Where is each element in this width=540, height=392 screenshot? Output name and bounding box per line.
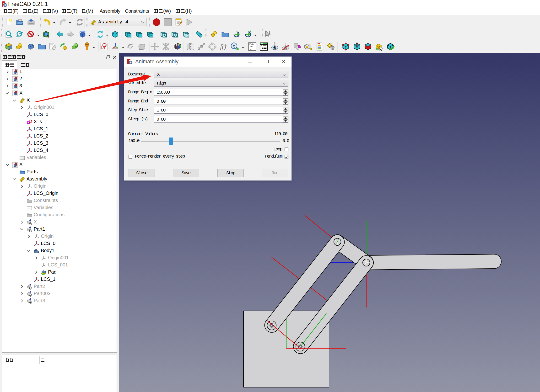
svg-text:x: x [232,43,235,49]
svg-text:List: List [250,45,254,48]
svg-text:ALL: ALL [250,48,254,51]
svg-text:Parts: Parts [249,43,254,45]
svg-text:?: ? [269,30,270,35]
svg-text:f(): f() [220,43,226,50]
